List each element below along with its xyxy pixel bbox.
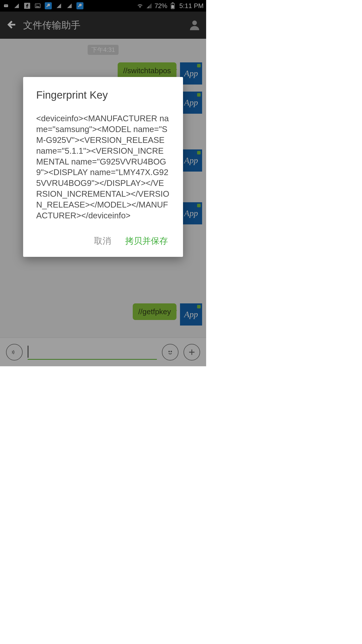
- cancel-button[interactable]: 取消: [94, 235, 111, 247]
- dialog-body: <deviceinfo><MANUFACTURER name="samsung"…: [36, 113, 170, 221]
- copy-save-button[interactable]: 拷贝并保存: [125, 235, 168, 247]
- dialog-title: Fingerprint Key: [36, 89, 170, 101]
- fingerprint-dialog: Fingerprint Key <deviceinfo><MANUFACTURE…: [23, 77, 183, 257]
- dialog-actions: 取消 拷贝并保存: [36, 235, 170, 247]
